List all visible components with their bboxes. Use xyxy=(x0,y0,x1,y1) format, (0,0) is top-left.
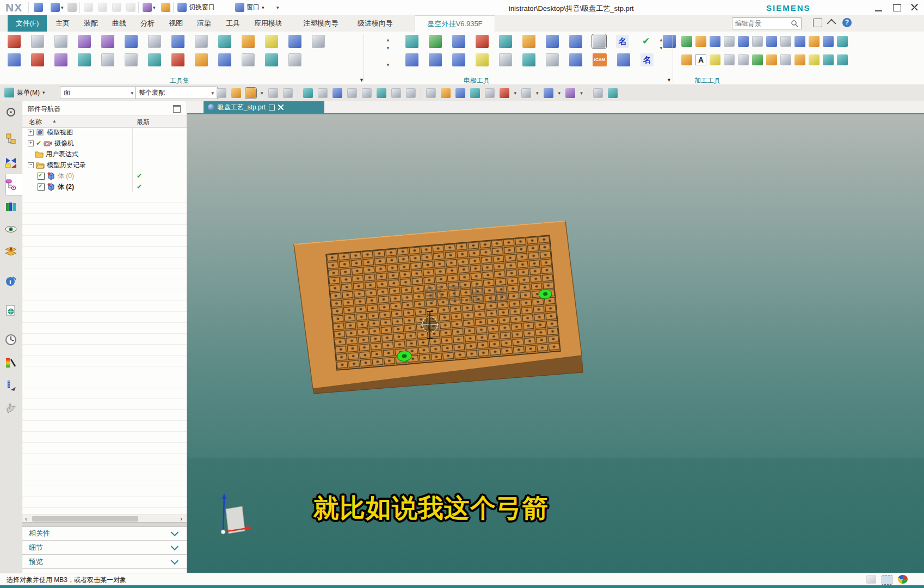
magnify-icon[interactable] xyxy=(426,88,436,98)
torus-icon[interactable] xyxy=(195,53,208,66)
hand-tool-icon[interactable] xyxy=(4,402,17,415)
sphere-icon[interactable] xyxy=(171,53,184,66)
block-icon[interactable] xyxy=(31,53,44,66)
sort-ascending-icon[interactable]: ▲ xyxy=(52,119,57,124)
snap-grid-icon[interactable] xyxy=(406,88,416,98)
dimension-icon[interactable] xyxy=(31,35,44,48)
sheet-copy-icon[interactable] xyxy=(752,36,763,47)
section-dependencies[interactable]: 相关性 xyxy=(22,526,187,541)
fit-view-icon[interactable] xyxy=(441,88,451,98)
mirror-icon[interactable] xyxy=(476,35,489,48)
bolt-tools-icon[interactable] xyxy=(4,379,17,392)
web-info-icon[interactable]: i xyxy=(4,274,17,287)
wrench-icon[interactable] xyxy=(476,53,489,66)
section-plane-icon[interactable] xyxy=(54,53,67,66)
orientation-triad[interactable] xyxy=(221,493,252,534)
paste-icon[interactable] xyxy=(112,3,121,12)
expand-icon[interactable]: + xyxy=(28,140,34,146)
type-filter-combo[interactable]: 面▾ xyxy=(60,87,137,99)
drop-icon[interactable] xyxy=(265,53,278,66)
preview-sheet-icon[interactable] xyxy=(522,53,535,66)
screen-capture-icon[interactable] xyxy=(882,575,892,585)
sketch-icon[interactable] xyxy=(195,35,208,48)
polygon-icon[interactable] xyxy=(125,53,138,66)
spindle-icon[interactable] xyxy=(724,36,735,47)
viewport-canvas[interactable]: 邹工出品 xyxy=(187,113,924,573)
thermometer-sheet-icon[interactable] xyxy=(766,54,777,65)
section-details[interactable]: 细节 xyxy=(22,540,187,555)
window-view-icon[interactable] xyxy=(608,88,618,98)
help-icon[interactable]: ? xyxy=(842,18,852,27)
tree-row-body-0[interactable]: 体 (0) ✔ xyxy=(22,170,187,181)
snap-mid-icon[interactable] xyxy=(318,88,328,98)
check-icon[interactable]: ✔ xyxy=(639,35,652,48)
view-style-icon[interactable] xyxy=(143,3,152,12)
rectangle-icon[interactable] xyxy=(101,53,114,66)
caret-icon[interactable]: ▾ xyxy=(536,90,539,96)
electrode-box-icon[interactable] xyxy=(452,35,465,48)
checkbox-checked-icon[interactable] xyxy=(38,173,45,180)
column-name[interactable]: 名称 xyxy=(29,118,42,127)
sync-arrows-icon[interactable] xyxy=(794,54,805,65)
layer-settings-icon[interactable] xyxy=(54,35,67,48)
electrode-export-icon[interactable] xyxy=(405,53,418,66)
ribbon-scroll-icons[interactable]: ▲▼▼ xyxy=(384,36,392,69)
close-button[interactable] xyxy=(911,4,918,10)
orient-icon[interactable] xyxy=(455,88,465,98)
pinwheel-status-icon[interactable] xyxy=(898,575,908,584)
lasso-icon[interactable] xyxy=(268,88,278,98)
info-box-icon[interactable] xyxy=(312,35,325,48)
cut-icon[interactable] xyxy=(84,3,93,12)
calculator-icon[interactable] xyxy=(823,54,834,65)
reuse-library-icon[interactable] xyxy=(4,200,17,213)
minimize-button[interactable] xyxy=(875,4,882,11)
chevron-down-icon[interactable] xyxy=(171,543,178,550)
chevron-down-icon[interactable] xyxy=(171,529,178,536)
tab-progressive-die-wizard[interactable]: 级进模向导 xyxy=(354,15,396,32)
pocket-icon[interactable] xyxy=(522,35,535,48)
extrude-icon[interactable] xyxy=(171,35,184,48)
background-icon[interactable] xyxy=(544,88,553,98)
view-style-caret-icon[interactable]: ▾ xyxy=(153,5,156,10)
horizontal-scrollbar[interactable]: ‹ › xyxy=(22,514,187,523)
expand-icon[interactable]: + xyxy=(28,130,34,136)
minimize-ribbon-icon[interactable] xyxy=(827,19,836,28)
effects-icon[interactable] xyxy=(565,88,575,98)
select-curve-icon[interactable] xyxy=(283,88,293,98)
tab-tools[interactable]: 工具 xyxy=(223,15,243,32)
tab-plugin-active[interactable]: 星空外挂V6.935F xyxy=(415,15,495,32)
tree-row-body-2[interactable]: 体 (2) ✔ xyxy=(22,181,187,192)
ribbon-scroll-icons[interactable]: ▲▼ xyxy=(657,36,665,52)
split-body-icon[interactable] xyxy=(78,53,91,66)
circle-icon[interactable] xyxy=(288,53,301,66)
electrode-wheel-icon[interactable] xyxy=(429,53,442,66)
scope-filter-combo[interactable]: 整个装配▾ xyxy=(135,87,218,99)
tab-analysis[interactable]: 分析 xyxy=(137,15,158,32)
ribbon-window-icon[interactable] xyxy=(813,19,822,27)
name-tag2-icon[interactable]: 名 xyxy=(640,53,654,66)
snap-quadrant-icon[interactable] xyxy=(362,88,372,98)
clock-tool-icon[interactable] xyxy=(837,54,848,65)
caret-icon[interactable]: ▾ xyxy=(580,90,583,96)
undo-icon[interactable] xyxy=(51,3,60,12)
caret-icon[interactable]: ▾ xyxy=(558,90,561,96)
color-wand-icon[interactable] xyxy=(4,356,17,369)
assembly-navigator-icon[interactable] xyxy=(4,133,17,146)
switch-window-button[interactable]: 切换窗口 xyxy=(177,2,215,13)
tab-curve[interactable]: 曲线 xyxy=(109,15,130,32)
shell-icon[interactable] xyxy=(242,53,255,66)
documents-icon[interactable] xyxy=(738,54,749,65)
pan-icon[interactable] xyxy=(470,88,480,98)
redo-icon[interactable] xyxy=(67,3,77,12)
capture-icon[interactable] xyxy=(126,3,135,12)
setup-icon[interactable] xyxy=(823,36,834,47)
caret-icon[interactable]: ▾ xyxy=(261,90,263,96)
electrode-base-icon[interactable] xyxy=(405,35,418,48)
stock-icon[interactable] xyxy=(780,36,791,47)
checkbox-checked-icon[interactable] xyxy=(38,183,45,191)
snap-end-icon[interactable] xyxy=(303,88,313,98)
table-icon[interactable] xyxy=(546,53,559,66)
scroll-left-icon[interactable]: ‹ xyxy=(25,515,27,523)
scroll-right-icon[interactable]: › xyxy=(180,515,182,523)
highlight-icon[interactable] xyxy=(231,88,241,98)
